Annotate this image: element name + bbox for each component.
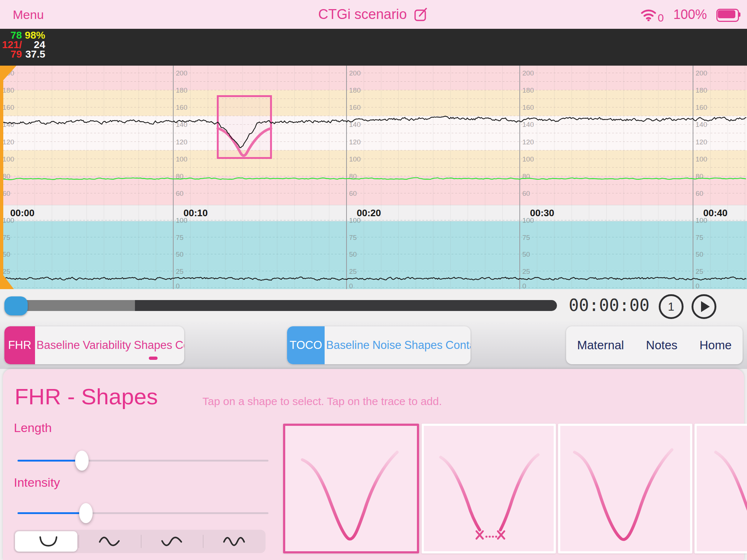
fhr-tab-baseline[interactable]: Baseline [35,326,81,364]
fhr-axis-tick-label: 120 [522,138,534,146]
fhr-tab-contact[interactable]: Contact [174,326,184,364]
nav-tab-notes[interactable]: Notes [645,326,679,364]
fhr-axis-tick-label: 100 [349,155,361,163]
toco-axis-tick-label: 0 [176,282,180,289]
toco-tab-baseline[interactable]: Baseline [325,326,371,364]
toco-axis-tick-label: 75 [696,234,703,241]
page-title: CTGi scenario [318,7,407,22]
ctgi-app: Menu CTGi scenario 0 100% [0,0,747,560]
time-label: 00:00 [10,207,35,218]
fhr-axis-tick-label: 60 [696,190,703,197]
fhr-axis-tick-label: 60 [176,190,183,197]
edit-title-icon[interactable] [413,7,429,22]
fhr-axis-tick-label: 160 [176,104,187,111]
toco-axis-tick-label: 0 [349,282,353,289]
v-deceleration-dotted-nadir-icon [424,426,554,551]
fhr-axis-tick-label: 160 [522,104,534,111]
time-label: 00:10 [183,207,208,218]
shape-card-v-deceleration-dotted-nadir[interactable] [422,424,556,553]
toco-tab-contact[interactable]: Contact [444,326,471,364]
v-deceleration-partial-icon [697,426,747,551]
fhr-tab-bar: FHR BaselineVariabilityShapesContact [4,326,184,364]
toco-axis-tick-label: 0 [696,282,700,289]
time-label: 00:40 [703,207,728,218]
fhr-axis-tick-label: 60 [522,190,530,197]
fhr-axis-tick-label: 200 [176,69,187,77]
fhr-axis-tick-label: 180 [696,86,707,94]
shape-card-list [3,424,744,553]
time-label: 00:30 [530,207,554,218]
toco-axis-tick-label: 25 [349,268,357,275]
speed-button[interactable]: 1 [659,294,684,319]
ctg-trace-area[interactable]: 2001801601401201008060100755025020018016… [0,66,747,289]
fhr-axis-tick-label: 100 [3,155,14,163]
wifi-network-count: 0 [658,12,664,23]
toco-axis-tick-label: 0 [522,282,526,289]
fhr-axis-tick-label: 120 [349,138,361,146]
fhr-axis-tick-label: 180 [176,86,187,94]
selected-tab-underline [149,357,158,360]
shape-card-v-deceleration-partial[interactable] [694,424,747,553]
time-label: 00:20 [357,207,381,218]
fhr-axis-tick-label: 200 [522,69,534,77]
top-bar: Menu CTGi scenario 0 100% [0,0,747,29]
toco-axis-tick-label: 75 [522,234,530,241]
elapsed-time: 00:00:00 [564,296,655,315]
shape-card-v-deceleration-wide[interactable] [558,424,692,553]
toco-axis-tick-label: 50 [176,250,183,258]
tab-fhr[interactable]: FHR [4,326,35,364]
nav-tab-maternal[interactable]: Maternal [576,326,625,364]
toco-axis-tick-label: 25 [176,268,183,275]
fhr-axis-tick-label: 140 [522,121,534,128]
fhr-axis-tick-label: 80 [522,172,530,180]
toco-tab-noise[interactable]: Noise [371,326,403,364]
fhr-axis-tick-label: 160 [349,104,361,111]
playback-bar: 00:00:00 1 [0,289,747,321]
fhr-axis-tick-label: 60 [3,190,10,197]
fhr-axis-tick-label: 120 [696,138,707,146]
fhr-tab-variability[interactable]: Variability [81,326,132,364]
maternal-green-trace [0,178,746,179]
fhr-axis-tick-label: 200 [349,69,361,77]
fhr-trace [0,116,746,148]
fhr-axis-tick-label: 100 [696,155,707,163]
vital-bp-diastolic: 79 [0,50,22,59]
fhr-axis-tick-label: 120 [176,138,187,146]
play-button[interactable] [692,294,716,319]
fhr-axis-tick-label: 100 [176,155,187,163]
shape-card-v-deceleration[interactable] [283,424,419,553]
toco-axis-tick-label: 25 [696,268,703,275]
toco-axis-tick-label: 25 [3,268,10,275]
fhr-shapes-panel: FHR - Shapes Tap on a shape to select. T… [3,369,744,560]
fhr-axis-tick-label: 120 [3,138,14,146]
fhr-tab-shapes[interactable]: Shapes [132,326,174,364]
wifi-icon [640,8,657,21]
scrubber-handle[interactable] [4,296,28,315]
battery-percent: 100% [673,7,707,22]
panel-hint: Tap on a shape to select. Tap on the tra… [202,395,442,408]
fhr-axis-tick-label: 180 [349,86,361,94]
toco-axis-tick-label: 50 [696,250,703,258]
fhr-axis-tick-label: 100 [522,155,534,163]
fhr-axis-tick-label: 200 [696,69,707,77]
shape-selection-box[interactable] [218,96,271,158]
ctg-chart-svg: 2001801601401201008060100755025020018016… [0,66,747,289]
toco-trace [0,277,746,280]
fhr-axis-tick-label: 60 [349,190,357,197]
progress-bar[interactable] [9,300,557,311]
nav-tab-home[interactable]: Home [698,326,733,364]
toco-axis-tick-label: 50 [3,250,10,258]
v-deceleration-icon [285,426,417,551]
tab-toco[interactable]: TOCO [287,326,325,364]
nav-tab-bar: MaternalNotesHome [566,326,743,364]
vital-temperature: 37.5 [22,50,45,59]
vitals-strip: 78 98% 121/ 24 79 37.5 [0,29,747,66]
toco-axis-tick-label: 25 [522,268,530,275]
fhr-axis-tick-label: 160 [3,104,14,111]
toco-axis-tick-label: 75 [3,234,10,241]
toco-tab-shapes[interactable]: Shapes [403,326,444,364]
playhead-marker [0,66,3,289]
battery-icon [716,9,740,20]
fhr-axis-tick-label: 140 [696,121,707,128]
play-icon [701,301,710,312]
